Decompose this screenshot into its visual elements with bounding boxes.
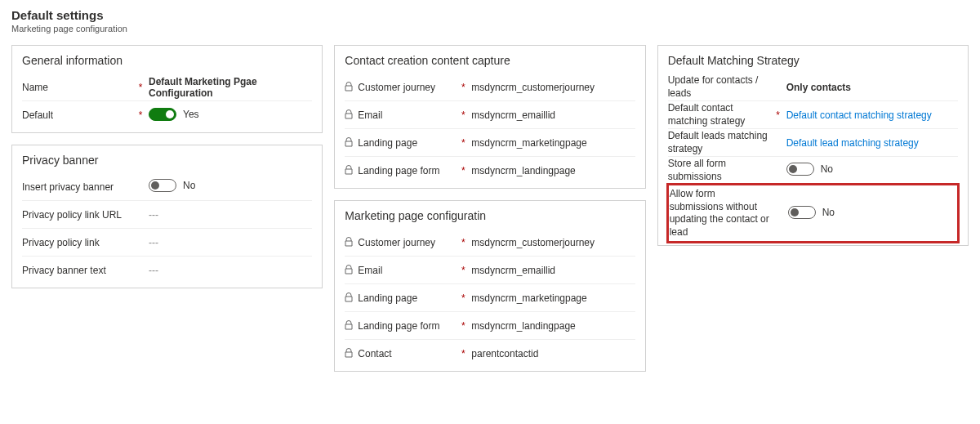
- value-landing-page[interactable]: msdyncrm_marketingpage: [471, 292, 635, 304]
- value-landing-page-form[interactable]: msdyncrm_landingpage: [471, 165, 635, 176]
- column-3: Default Matching Strategy Update for con…: [657, 45, 969, 246]
- row-privacy-banner-text: Privacy banner text ---: [22, 257, 312, 284]
- column-1: General information Name * Default Marke…: [11, 45, 323, 288]
- value-customer-journey[interactable]: msdyncrm_customerjourney: [471, 237, 635, 248]
- label-store-all-submissions: Store all form submissions: [668, 158, 770, 183]
- label-default-contact-strategy: Default contact matching strategy: [668, 102, 770, 127]
- label-customer-journey: Customer journey: [358, 82, 435, 93]
- required-asterisk: *: [132, 109, 149, 121]
- required-asterisk: *: [455, 237, 471, 248]
- label-default: Default: [22, 109, 132, 121]
- value-contact[interactable]: parentcontactid: [471, 348, 635, 359]
- lock-icon: [345, 348, 353, 359]
- label-email: Email: [358, 265, 382, 276]
- label-landing-page: Landing page: [358, 292, 417, 304]
- required-asterisk: *: [455, 109, 471, 121]
- row-default-lead-strategy: Default leads matching strategy Default …: [668, 129, 958, 157]
- row-default-contact-strategy: Default contact matching strategy * Defa…: [668, 101, 958, 129]
- required-asterisk: *: [455, 265, 471, 276]
- value-customer-journey[interactable]: msdyncrm_customerjourney: [471, 82, 635, 93]
- card-title: Contact creation content capture: [345, 54, 635, 67]
- lock-icon: [345, 165, 353, 176]
- page-subtitle: Marketing page configuration: [11, 24, 969, 33]
- value-update-for[interactable]: Only contacts: [786, 82, 958, 93]
- toggle-allow-form-submissions[interactable]: No: [788, 206, 835, 219]
- toggle-default[interactable]: Yes: [149, 108, 199, 121]
- label-contact: Contact: [358, 348, 391, 359]
- row-privacy-policy-link: Privacy policy link ---: [22, 229, 312, 257]
- label-privacy-banner-text: Privacy banner text: [22, 265, 132, 276]
- card-title: Default Matching Strategy: [668, 54, 958, 67]
- label-customer-journey: Customer journey: [358, 237, 435, 248]
- row-allow-form-submissions: Allow form submissions without updating …: [668, 185, 958, 242]
- value-landing-page-form[interactable]: msdyncrm_landingpage: [471, 320, 635, 332]
- required-asterisk: *: [455, 320, 471, 332]
- lock-icon: [345, 237, 353, 248]
- row-email: Email * msdyncrm_emaillid: [345, 257, 635, 284]
- row-landing-page: Landing page * msdyncrm_marketingpage: [345, 129, 635, 157]
- row-customer-journey: Customer journey * msdyncrm_customerjour…: [345, 229, 635, 257]
- label-update-for: Update for contacts / leads: [668, 74, 770, 100]
- toggle-store-all-submissions[interactable]: No: [786, 163, 833, 176]
- required-asterisk: *: [455, 292, 471, 304]
- card-privacy-banner: Privacy banner Insert privacy banner No …: [11, 145, 323, 288]
- value-name[interactable]: Default Marketing Pgae Configuration: [149, 76, 312, 99]
- card-title: General information: [22, 54, 312, 67]
- row-landing-page-form: Landing page form * msdyncrm_landingpage: [345, 312, 635, 340]
- lock-icon: [345, 137, 353, 149]
- label-insert-privacy-banner: Insert privacy banner: [22, 181, 132, 193]
- label-default-lead-strategy: Default leads matching strategy: [668, 130, 770, 155]
- main-layout: General information Name * Default Marke…: [11, 45, 969, 372]
- required-asterisk: *: [455, 82, 471, 93]
- value-privacy-banner-text[interactable]: ---: [149, 265, 312, 276]
- lock-icon: [345, 292, 353, 304]
- label-name: Name: [22, 82, 132, 93]
- card-default-matching-strategy: Default Matching Strategy Update for con…: [657, 45, 969, 246]
- required-asterisk: *: [455, 165, 471, 176]
- required-asterisk: *: [455, 348, 471, 359]
- value-email[interactable]: msdyncrm_emaillid: [471, 109, 635, 121]
- label-email: Email: [358, 109, 382, 121]
- row-name: Name * Default Marketing Pgae Configurat…: [22, 74, 312, 101]
- value-email[interactable]: msdyncrm_emaillid: [471, 265, 635, 276]
- card-contact-creation-capture: Contact creation content capture Custome…: [334, 45, 645, 189]
- label-allow-form-submissions: Allow form submissions without updating …: [670, 188, 772, 239]
- label-landing-page-form: Landing page form: [358, 165, 439, 176]
- card-title: Privacy banner: [22, 154, 312, 167]
- value-privacy-policy-link[interactable]: ---: [149, 237, 312, 248]
- lock-icon: [345, 265, 353, 276]
- card-marketing-page-config: Marketing page configuratin Customer jou…: [334, 200, 645, 372]
- row-update-for: Update for contacts / leads Only contact…: [668, 74, 958, 101]
- required-asterisk: *: [455, 137, 471, 149]
- lock-icon: [345, 82, 353, 93]
- label-landing-page: Landing page: [358, 137, 417, 149]
- value-privacy-policy-url[interactable]: ---: [149, 209, 312, 221]
- column-2: Contact creation content capture Custome…: [334, 45, 645, 372]
- row-email: Email * msdyncrm_emaillid: [345, 101, 635, 129]
- row-landing-page-form: Landing page form * msdyncrm_landingpage: [345, 157, 635, 185]
- row-store-all-submissions: Store all form submissions No: [668, 157, 958, 185]
- card-title: Marketing page configuratin: [345, 209, 635, 222]
- row-privacy-policy-url: Privacy policy link URL ---: [22, 201, 312, 229]
- lock-icon: [345, 320, 353, 332]
- label-landing-page-form: Landing page form: [358, 320, 439, 332]
- row-landing-page: Landing page * msdyncrm_marketingpage: [345, 284, 635, 312]
- card-general-information: General information Name * Default Marke…: [11, 45, 323, 133]
- toggle-insert-privacy-banner[interactable]: No: [149, 179, 195, 192]
- lock-icon: [345, 109, 353, 121]
- label-privacy-policy-url: Privacy policy link URL: [22, 209, 132, 221]
- page-title: Default settings: [11, 8, 969, 22]
- value-landing-page[interactable]: msdyncrm_marketingpage: [471, 137, 635, 149]
- label-privacy-policy-link: Privacy policy link: [22, 237, 132, 248]
- link-default-contact-strategy[interactable]: Default contact matching strategy: [786, 109, 958, 121]
- required-asterisk: *: [132, 82, 149, 93]
- row-customer-journey: Customer journey * msdyncrm_customerjour…: [345, 74, 635, 101]
- row-default: Default * Yes: [22, 101, 312, 129]
- row-insert-privacy-banner: Insert privacy banner No: [22, 173, 312, 201]
- required-asterisk: *: [770, 109, 786, 121]
- link-default-lead-strategy[interactable]: Default lead matching strategy: [786, 137, 958, 149]
- row-contact: Contact * parentcontactid: [345, 340, 635, 368]
